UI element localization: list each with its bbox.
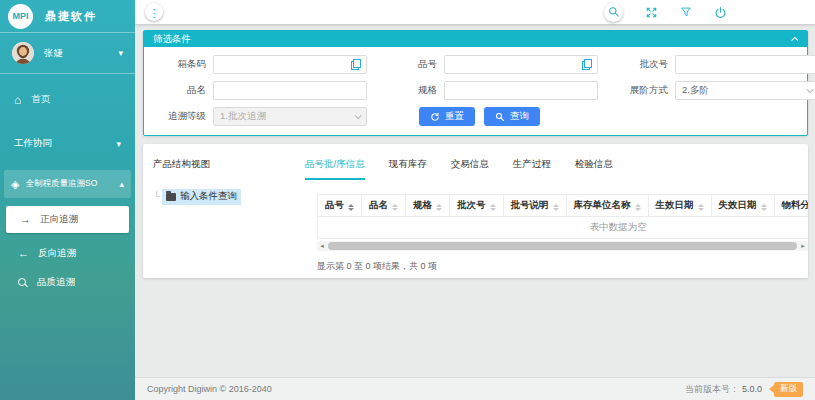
expand-mode-select[interactable]: 2.多阶 <box>675 81 815 100</box>
column-header-item-name[interactable]: 品名 <box>362 195 406 217</box>
sort-icon <box>761 204 767 211</box>
scan-copy-icon[interactable] <box>582 59 592 70</box>
batch-no-label: 批次号 <box>618 58 668 71</box>
empty-message: 表中数据为空 <box>318 217 809 239</box>
user-menu[interactable]: 张婕 <box>0 33 135 73</box>
user-name: 张婕 <box>44 47 108 60</box>
column-header-item-no[interactable]: 品号 <box>318 195 362 217</box>
scan-copy-icon[interactable] <box>351 59 361 70</box>
field-item-name: 品名 <box>156 81 367 100</box>
results-panel: 产品结构视图 输入条件查询 品号批/序信息 现有库存 交易信息 生产过程 检验信… <box>143 144 808 278</box>
tab-transaction-info[interactable]: 交易信息 <box>451 158 489 180</box>
filter-form: 箱条码 品号 批次号 <box>144 47 807 135</box>
sort-icon <box>553 204 559 211</box>
tab-current-stock[interactable]: 现有库存 <box>389 158 427 180</box>
item-no-input[interactable] <box>450 59 582 70</box>
logo-row: MPI 鼎捷软件 <box>0 0 135 32</box>
tab-batch-serial-info[interactable]: 品号批/序信息 <box>305 158 365 180</box>
tree-connector <box>153 192 160 202</box>
scroll-right-arrow[interactable]: ▸ <box>798 241 808 251</box>
trace-level-value: 1.批次追溯 <box>220 110 266 123</box>
batch-no-input[interactable] <box>681 59 813 70</box>
search-icon <box>18 278 28 288</box>
table-header-row: 品号 品名 规格 批次号 批号说明 库存单位名称 生效日期 失效日期 物料分类名… <box>318 195 809 217</box>
item-no-label: 品号 <box>387 58 437 71</box>
column-header-spec[interactable]: 规格 <box>406 195 450 217</box>
sort-icon <box>698 204 704 211</box>
sidebar-item-home[interactable]: 首页 <box>0 84 135 115</box>
search-button[interactable] <box>604 3 623 22</box>
product-structure-tree: 产品结构视图 输入条件查询 <box>153 152 305 270</box>
item-no-input-wrap <box>444 55 598 74</box>
sidebar-section-label: 工作协同 <box>14 137 52 150</box>
box-barcode-label: 箱条码 <box>156 58 206 71</box>
sort-icon <box>348 204 354 211</box>
new-version-badge[interactable]: 新版 <box>769 382 803 397</box>
app-window: MPI 鼎捷软件 张婕 首页 工作协同 <box>0 0 815 400</box>
item-name-input[interactable] <box>219 85 361 96</box>
collapse-chevron-icon[interactable] <box>791 36 798 43</box>
expand-mode-value: 2.多阶 <box>682 84 709 97</box>
item-name-label: 品名 <box>156 84 206 97</box>
filter-panel: 筛选条件 箱条码 品号 <box>143 30 808 136</box>
filter-button[interactable] <box>680 6 692 18</box>
avatar <box>12 42 34 64</box>
version-label: 当前版本号： <box>685 383 739 396</box>
arrow-right-icon <box>20 214 31 225</box>
spec-label: 规格 <box>387 84 437 97</box>
sidebar: MPI 鼎捷软件 张婕 首页 工作协同 <box>0 0 135 400</box>
version-number: 5.0.0 <box>742 384 762 394</box>
arrow-left-icon <box>18 248 29 259</box>
reset-button[interactable]: 重置 <box>419 107 475 126</box>
column-header-material-class[interactable]: 物料分类名称 <box>774 195 808 217</box>
chevron-down-icon <box>807 86 814 93</box>
chevron-up-icon <box>119 180 124 189</box>
box-barcode-input-wrap <box>213 55 367 74</box>
tab-inspection-info[interactable]: 检验信息 <box>575 158 613 180</box>
query-button[interactable]: 查询 <box>484 107 540 126</box>
fullscreen-button[interactable] <box>645 6 658 19</box>
column-header-batch-desc[interactable]: 批号说明 <box>503 195 566 217</box>
trace-level-select[interactable]: 1.批次追溯 <box>213 107 367 126</box>
tree-title: 产品结构视图 <box>153 158 305 171</box>
sidebar-item-forward-trace[interactable]: 正向追溯 <box>6 206 129 233</box>
topbar-icons <box>604 3 727 22</box>
box-barcode-input[interactable] <box>219 59 351 70</box>
column-header-effective-date[interactable]: 生效日期 <box>648 195 711 217</box>
dots-icon <box>149 4 160 20</box>
sidebar-item-label: 正向追溯 <box>40 213 78 226</box>
sidebar-item-quality-trace-module[interactable]: 全制程质量追溯SO <box>4 170 131 198</box>
column-header-batch-no[interactable]: 批次号 <box>450 195 504 217</box>
power-button[interactable] <box>714 6 727 19</box>
tree-node-label-wrap: 输入条件查询 <box>162 189 241 205</box>
tree-node-query[interactable]: 输入条件查询 <box>153 189 305 205</box>
app-title: 鼎捷软件 <box>45 9 97 24</box>
topbar <box>135 0 815 24</box>
menu-dots-button[interactable] <box>145 3 163 21</box>
divider <box>0 73 135 74</box>
field-spec: 规格 <box>387 81 598 100</box>
column-header-expiry-date[interactable]: 失效日期 <box>711 195 774 217</box>
sidebar-section-work[interactable]: 工作协同 <box>0 127 135 160</box>
column-header-stock-unit[interactable]: 库存单位名称 <box>566 195 648 217</box>
folder-icon <box>166 193 176 201</box>
sort-icon <box>490 204 496 211</box>
batch-no-input-wrap <box>675 55 815 74</box>
field-trace-level: 追溯等级 1.批次追溯 <box>156 107 367 126</box>
sidebar-item-backward-trace[interactable]: 反向追溯 <box>0 239 135 268</box>
expand-mode-label: 展阶方式 <box>618 84 668 97</box>
spec-input[interactable] <box>450 85 592 96</box>
sort-icon <box>436 204 442 211</box>
version-info: 当前版本号： 5.0.0 新版 <box>685 382 803 397</box>
scrollbar-thumb[interactable] <box>328 242 797 250</box>
diamond-icon <box>11 179 19 190</box>
item-name-input-wrap <box>213 81 367 100</box>
empty-row: 表中数据为空 <box>318 217 809 239</box>
horizontal-scrollbar[interactable]: ◂ ▸ <box>317 241 808 251</box>
result-tabs: 品号批/序信息 现有库存 交易信息 生产过程 检验信息 <box>305 154 808 180</box>
scroll-left-arrow[interactable]: ◂ <box>317 241 327 251</box>
field-box-barcode: 箱条码 <box>156 55 367 74</box>
sidebar-item-quality-trace[interactable]: 品质追溯 <box>0 268 135 297</box>
tab-production-process[interactable]: 生产过程 <box>513 158 551 180</box>
filter-panel-header: 筛选条件 <box>144 31 807 47</box>
